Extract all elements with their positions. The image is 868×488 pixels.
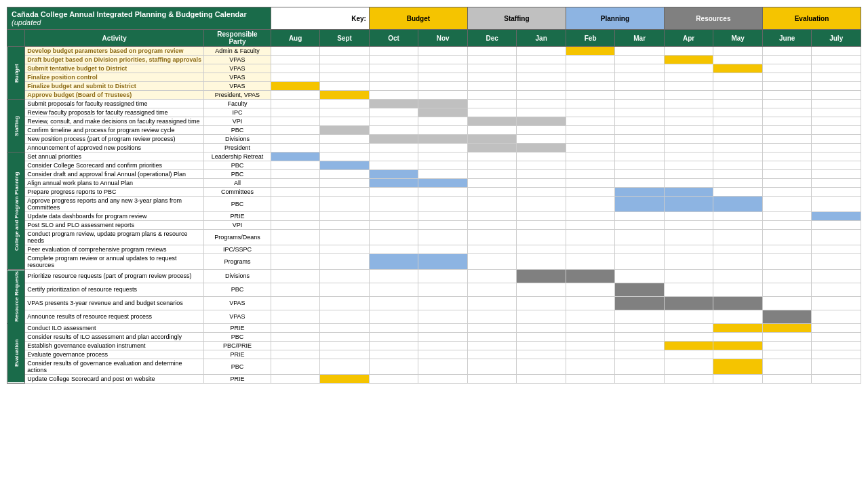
cell-Mar <box>615 108 665 117</box>
cell-Jan <box>517 323 566 332</box>
month-dec: Dec <box>467 30 517 47</box>
cell-Mar <box>615 64 665 73</box>
cell-Dec <box>467 310 517 323</box>
cell-Dec <box>467 117 517 126</box>
cell-Jan <box>517 197 566 212</box>
cell-Apr <box>664 179 713 188</box>
cell-Apr <box>664 283 713 296</box>
cell-Nov <box>418 221 468 230</box>
cell-Feb <box>566 310 615 323</box>
cell-Dec <box>467 100 517 108</box>
cell-Jan <box>517 117 566 126</box>
cell-May <box>713 332 763 341</box>
cell-Nov <box>418 56 468 64</box>
cell-Mar <box>615 245 665 254</box>
cell-Sept <box>320 188 370 197</box>
cell-Nov <box>418 91 468 100</box>
cell-Sept <box>320 91 370 100</box>
cell-Jan <box>517 245 566 254</box>
table-row: Draft budget based on Division prioritie… <box>7 56 861 64</box>
cell-June <box>762 296 812 310</box>
cell-June <box>762 144 812 152</box>
cell-Oct <box>369 296 418 310</box>
cell-Aug <box>271 56 320 64</box>
cell-May <box>713 212 763 221</box>
party-cell: VPI <box>203 221 271 230</box>
party-cell: VPAS <box>203 310 271 323</box>
activity-cell: Consider College Scorecard and confirm p… <box>25 161 204 170</box>
cell-Jan <box>517 161 566 170</box>
cell-Nov <box>418 283 468 296</box>
cell-Sept <box>320 270 370 283</box>
cell-Sept <box>320 323 370 332</box>
cell-May <box>713 310 763 323</box>
cell-Apr <box>664 310 713 323</box>
cell-Mar <box>615 323 665 332</box>
cell-Apr <box>664 221 713 230</box>
cell-June <box>762 283 812 296</box>
cell-Aug <box>271 221 320 230</box>
cell-Sept <box>320 341 370 350</box>
cell-Aug <box>271 197 320 212</box>
cell-Sept <box>320 108 370 117</box>
cell-Dec <box>467 170 517 179</box>
activity-cell: Announcement of approved new positions <box>25 144 204 152</box>
cell-Apr <box>664 170 713 179</box>
month-june: June <box>762 30 812 47</box>
cell-Nov <box>418 188 468 197</box>
cell-July <box>812 374 861 383</box>
party-cell: Divisions <box>203 135 271 144</box>
cell-Feb <box>566 64 615 73</box>
cell-Aug <box>271 82 320 91</box>
cell-Sept <box>320 152 370 161</box>
cell-May <box>713 323 763 332</box>
party-cell: Divisions <box>203 270 271 283</box>
table-row: Certify prioritization of resource reque… <box>7 283 861 296</box>
cell-Nov <box>418 245 468 254</box>
cell-Apr <box>664 56 713 64</box>
table-row: Post SLO and PLO assessment reportsVPI <box>7 221 861 230</box>
cell-Oct <box>369 332 418 341</box>
cell-June <box>762 245 812 254</box>
cell-Dec <box>467 91 517 100</box>
party-cell: PRIE <box>203 350 271 359</box>
cell-Nov <box>418 152 468 161</box>
party-cell: Committees <box>203 188 271 197</box>
cell-Dec <box>467 144 517 152</box>
cell-July <box>812 221 861 230</box>
cell-Oct <box>369 82 418 91</box>
cell-June <box>762 135 812 144</box>
activity-cell: Prioritize resource requests (part of pr… <box>25 270 204 283</box>
activity-cell: Finalize position control <box>25 73 204 82</box>
cell-Nov <box>418 170 468 179</box>
cell-Apr <box>664 230 713 245</box>
cell-Jan <box>517 170 566 179</box>
cell-Apr <box>664 188 713 197</box>
cell-Oct <box>369 323 418 332</box>
cell-Feb <box>566 117 615 126</box>
cell-Aug <box>271 47 320 56</box>
cell-Oct <box>369 117 418 126</box>
cell-Dec <box>467 126 517 135</box>
cell-Apr <box>664 82 713 91</box>
party-cell: Leadership Retreat <box>203 152 271 161</box>
activity-cell: Submit proposals for faculty reassigned … <box>25 100 204 108</box>
cell-Aug <box>271 341 320 350</box>
cell-Feb <box>566 359 615 374</box>
cell-Jan <box>517 152 566 161</box>
cell-May <box>713 245 763 254</box>
cell-Dec <box>467 161 517 170</box>
cell-Nov <box>418 108 468 117</box>
month-sept: Sept <box>320 30 370 47</box>
cell-Oct <box>369 152 418 161</box>
table-row: Consider results of governance evaluatio… <box>7 359 861 374</box>
cell-Jan <box>517 56 566 64</box>
cell-Oct <box>369 91 418 100</box>
cell-June <box>762 374 812 383</box>
party-cell: IPC <box>203 108 271 117</box>
cell-July <box>812 323 861 332</box>
cell-Oct <box>369 359 418 374</box>
cell-July <box>812 254 861 270</box>
cell-Jan <box>517 91 566 100</box>
party-cell: VPAS <box>203 73 271 82</box>
